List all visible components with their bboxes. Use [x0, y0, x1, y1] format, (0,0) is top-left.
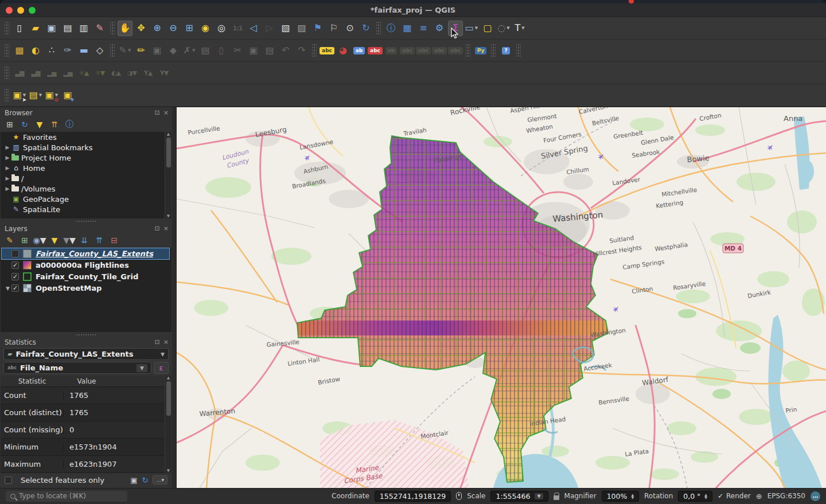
toolbar-grip[interactable] — [110, 22, 115, 34]
data-source-manager-button[interactable]: ▩ — [12, 43, 27, 58]
browser-filter-button[interactable]: ▼ — [33, 118, 46, 131]
new-spatial-bookmark-button[interactable]: ⚑ — [310, 21, 325, 36]
copy-statistics-icon[interactable]: ▣ — [130, 476, 137, 485]
local-histogram-stretch-button[interactable]: ▃▆ — [12, 65, 27, 81]
rotation-spinbox[interactable]: 0,0 °▲▼ — [678, 491, 712, 502]
refresh-map-button[interactable]: ↻ — [359, 21, 373, 36]
browser-item-spatial-bookmarks[interactable]: ▶▥Spatial Bookmarks — [1, 142, 172, 153]
chevron-down-icon[interactable]: ▼ — [521, 26, 524, 30]
full-histogram-stretch-button[interactable]: ▃▆ — [28, 65, 43, 81]
new-annotation-button[interactable]: ◌▼ — [496, 21, 511, 36]
refresh-statistics-icon[interactable]: ↻ — [142, 476, 149, 485]
layers-float-icon[interactable]: ⊡ — [155, 225, 160, 232]
browser-float-icon[interactable]: ⊡ — [155, 109, 160, 116]
delete-selected-button[interactable]: ▯ — [214, 43, 229, 58]
zoom-out-button[interactable]: ⊖ — [166, 21, 181, 36]
pan-to-selection-button[interactable]: ✥ — [134, 21, 149, 36]
open-project-button[interactable]: ▰ — [28, 21, 43, 36]
save-project-button[interactable]: ▣ — [44, 21, 59, 36]
browser-item-home[interactable]: ▶⌂Home — [1, 163, 172, 173]
zoom-native-button[interactable]: 1:1 — [230, 21, 245, 36]
statistics-field-select[interactable]: abc File_Name ▼ — [3, 362, 151, 374]
expand-arrow-icon[interactable]: ▶ — [4, 186, 11, 192]
toolbar-grip[interactable] — [376, 22, 381, 34]
expand-arrow-icon[interactable]: ▶ — [4, 165, 11, 171]
temporal-controller-button[interactable]: ⊙ — [342, 21, 357, 36]
toolbar-grip[interactable] — [5, 22, 9, 34]
statistics-row-count-missing-[interactable]: Count (missing)0 — [1, 421, 172, 439]
chevron-down-icon[interactable]: ▼ — [192, 48, 195, 53]
layer-visibility-checkbox[interactable]: ✓ — [11, 284, 19, 292]
zoom-to-selection-button[interactable]: ◉ — [198, 21, 213, 36]
remove-layer-button[interactable]: ⊟ — [108, 234, 120, 247]
change-label-button[interactable]: abc — [448, 43, 463, 58]
toolbar-grip[interactable] — [110, 44, 115, 57]
layer-visibility-checkbox[interactable] — [11, 250, 19, 257]
coordinate-field[interactable]: 1552741,1918129 — [375, 491, 451, 502]
layer-item-a0000000a-flightlines[interactable]: ✓a0000000a Flightlines — [2, 260, 169, 271]
increase-gamma-button[interactable]: Y▲ — [141, 65, 155, 81]
close-window-button[interactable] — [6, 7, 13, 14]
scrollbar-thumb[interactable] — [166, 381, 171, 416]
spinner-arrows-icon[interactable]: ▲▼ — [631, 493, 634, 499]
decrease-brightness-button[interactable]: ☼▼ — [92, 65, 107, 81]
add-database-layer-button[interactable]: ▬ — [76, 43, 91, 58]
copy-features-button[interactable]: ▣ — [246, 43, 261, 58]
browser-refresh-button[interactable]: ↻ — [18, 118, 31, 131]
save-layer-edits-button[interactable]: ▣ — [150, 43, 165, 58]
select-features-button[interactable]: ▣➤▼ — [12, 88, 27, 103]
browser-item-project-home[interactable]: ▶Project Home — [1, 153, 172, 163]
text-annotation-button[interactable]: T▼ — [512, 21, 527, 36]
increase-contrast-button[interactable]: ◐▲ — [108, 65, 123, 81]
toolbar-grip[interactable] — [312, 44, 317, 57]
add-point-cloud-layer-button[interactable]: ∴ — [44, 43, 59, 58]
statistics-scrollbar[interactable]: ▲ ▼ — [165, 376, 172, 473]
help-contents-button[interactable]: ? — [498, 43, 513, 58]
select-by-location-button[interactable]: ▣♦ — [60, 88, 75, 103]
scale-combobox[interactable]: 1:555466▼ — [490, 491, 548, 502]
vertex-tool-button[interactable]: ✗▼ — [182, 43, 197, 58]
style-manager-button[interactable]: ✎ — [92, 21, 107, 36]
zoom-full-extent-button[interactable]: ⊞ — [182, 21, 197, 36]
add-group-button[interactable]: ⊞ — [18, 234, 31, 247]
mouse-position-icon[interactable] — [456, 492, 462, 500]
undo-button[interactable]: ↶ — [278, 43, 293, 58]
rotate-label-button[interactable]: abc — [432, 43, 447, 58]
messages-button[interactable]: … — [811, 491, 820, 501]
collapse-all-button[interactable]: ⇈ — [93, 234, 106, 247]
statistics-row-minimum[interactable]: Minimume1573n1904 — [1, 439, 172, 456]
browser-item--volumes[interactable]: ▶/Volumes — [1, 183, 172, 194]
new-print-layout-button[interactable]: ▤ — [60, 21, 75, 36]
browser-item-favorites[interactable]: ★Favorites — [1, 132, 172, 142]
zoom-next-button[interactable]: ▷ — [262, 21, 277, 36]
new-3d-map-view-button[interactable]: ▨ — [294, 21, 309, 36]
minimize-window-button[interactable] — [17, 7, 24, 14]
local-cumulative-stretch-button[interactable]: ▂▅ — [44, 65, 59, 81]
layer-item-openstreetmap[interactable]: ▼✓OpenStreetMap — [2, 283, 169, 294]
statistical-summary-button[interactable]: Σ — [448, 21, 463, 36]
pan-map-button[interactable]: ✋ — [118, 21, 133, 36]
statistics-row-maximum[interactable]: Maximume1623n1907 — [1, 456, 172, 473]
zoom-window-button[interactable] — [29, 7, 36, 14]
expression-builder-button[interactable]: ε — [154, 362, 169, 374]
cut-features-button[interactable]: ✂ — [230, 43, 245, 58]
toggle-label-visibility-button[interactable]: abc — [400, 43, 415, 58]
chevron-down-icon[interactable]: ▼ — [475, 26, 478, 30]
redo-button[interactable]: ↷ — [294, 43, 309, 58]
browser-item-spatialite[interactable]: ✎SpatiaLite — [1, 204, 172, 214]
modify-attributes-button[interactable]: ▤ — [198, 43, 213, 58]
add-feature-button[interactable]: ◆ — [166, 43, 181, 58]
toolbar-grip[interactable] — [5, 89, 9, 101]
browser-close-icon[interactable]: × — [163, 109, 169, 116]
full-cumulative-stretch-button[interactable]: ▂▅ — [60, 65, 75, 81]
move-label-button[interactable]: abc — [416, 43, 431, 58]
toolbar-grip[interactable] — [5, 67, 9, 79]
scroll-up-icon[interactable]: ▲ — [167, 132, 170, 136]
magnifier-spinbox[interactable]: 100%▲▼ — [602, 491, 639, 502]
crs-status[interactable]: EPSG:6350 — [767, 492, 805, 500]
selected-features-only-checkbox[interactable] — [5, 476, 12, 484]
filter-legend-button[interactable]: ▼ — [48, 234, 61, 247]
expand-all-button[interactable]: ⇊ — [78, 234, 91, 247]
highlight-pinned-labels-button[interactable]: abc — [368, 43, 383, 58]
statistics-float-icon[interactable]: ⊡ — [155, 338, 160, 346]
